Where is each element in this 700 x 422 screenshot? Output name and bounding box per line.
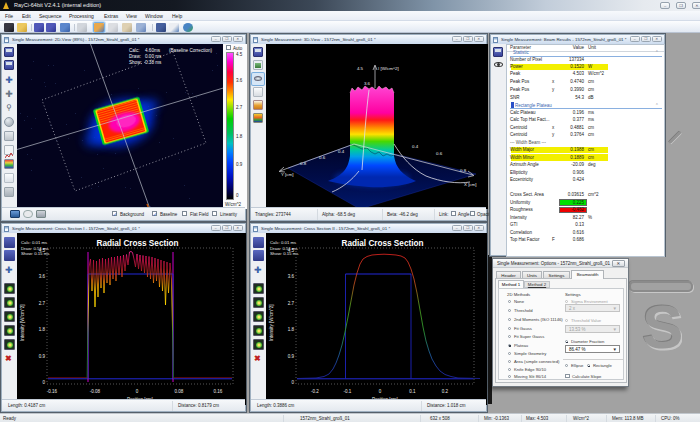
svg-text:-0.08: -0.08 <box>90 389 101 394</box>
svg-text:0.00 ms: 0.00 ms <box>145 54 162 59</box>
svg-text:0.9: 0.9 <box>288 354 295 359</box>
svg-text:4.5: 4.5 <box>39 248 46 253</box>
svg-text:Y [cm]: Y [cm] <box>281 172 293 177</box>
svg-text:X [cm]: X [cm] <box>464 182 476 187</box>
svg-text:0.4: 0.4 <box>412 144 419 149</box>
svg-text:3.6: 3.6 <box>288 274 295 279</box>
svg-text:0.1: 0.1 <box>409 389 416 394</box>
svg-text:1.8: 1.8 <box>39 327 46 332</box>
svg-text:0.08: 0.08 <box>175 389 184 394</box>
svg-text:-0.16: -0.16 <box>47 389 58 394</box>
svg-text:4.5: 4.5 <box>288 248 295 253</box>
svg-text:3.6: 3.6 <box>364 81 371 86</box>
svg-text:-0.1: -0.1 <box>344 389 352 394</box>
svg-text:Show:: Show: <box>129 60 142 65</box>
svg-text:Show: 0.15 ms: Show: 0.15 ms <box>270 251 298 256</box>
svg-text:2.7: 2.7 <box>288 301 295 306</box>
svg-text:0.8: 0.8 <box>300 161 307 166</box>
svg-text:4.60ms: 4.60ms <box>145 48 161 53</box>
svg-text:0.2: 0.2 <box>442 389 449 394</box>
svg-text:0.6: 0.6 <box>319 155 326 160</box>
svg-text:(Baseline Correction): (Baseline Correction) <box>169 48 213 53</box>
svg-text:0.9: 0.9 <box>39 354 46 359</box>
svg-text:4.5: 4.5 <box>357 66 364 71</box>
svg-text:0.38 ms: 0.38 ms <box>145 60 162 65</box>
svg-text:2.7: 2.7 <box>39 301 46 306</box>
svg-text:Calc:: Calc: <box>129 48 139 53</box>
svg-text:0.6: 0.6 <box>436 151 443 156</box>
svg-text:-0.2: -0.2 <box>311 389 319 394</box>
svg-text:Radial Cross Section: Radial Cross Section <box>342 239 424 248</box>
svg-text:1.8: 1.8 <box>288 327 295 332</box>
svg-text:0.8: 0.8 <box>460 168 467 173</box>
svg-text:Show: 0.15 ms: Show: 0.15 ms <box>21 251 49 256</box>
svg-text:Draw:: Draw: <box>129 54 141 59</box>
svg-text:I [W/cm^2]: I [W/cm^2] <box>378 66 399 71</box>
svg-text:Intensity [W/cm^2]: Intensity [W/cm^2] <box>269 304 274 341</box>
svg-text:0.16: 0.16 <box>214 389 223 394</box>
svg-text:0.4: 0.4 <box>338 149 345 154</box>
svg-text:Calc: 0.01 ms: Calc: 0.01 ms <box>270 240 296 245</box>
svg-text:Calc: 0.01 ms: Calc: 0.01 ms <box>21 240 47 245</box>
svg-text:Radial Cross Section: Radial Cross Section <box>97 239 179 248</box>
svg-text:Intensity [W/cm^2]: Intensity [W/cm^2] <box>20 304 25 341</box>
svg-text:3.6: 3.6 <box>39 274 46 279</box>
